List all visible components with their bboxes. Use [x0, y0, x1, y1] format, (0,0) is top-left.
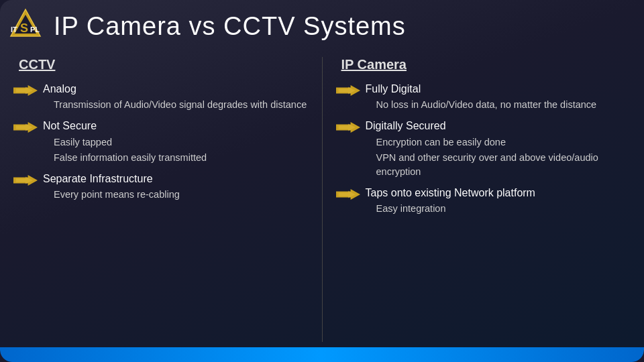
arrow-icon-4: [336, 83, 360, 98]
ip-item-2-content: Digitally Secured Encryption can be easi…: [366, 119, 631, 178]
content-area: CCTV Analog Transmission of Audio/Video …: [13, 57, 631, 342]
cctv-column: CCTV Analog Transmission of Audio/Video …: [13, 57, 322, 342]
ip-item-2-main: Digitally Secured: [366, 119, 631, 133]
ip-camera-column: IP Camera Fully Digital No loss in Audio…: [322, 57, 631, 342]
ip-item-1-main: Fully Digital: [366, 82, 597, 97]
cctv-item-2-sub-2: False information easily transmitted: [54, 151, 207, 165]
ip-item-2: Digitally Secured Encryption can be easi…: [336, 119, 631, 178]
cctv-item-1: Analog Transmission of Audio/Video signa…: [13, 82, 309, 112]
ip-item-3: Taps onto existing Network platform Easy…: [336, 186, 631, 216]
arrow-icon-2: [13, 120, 38, 135]
page-title: IP Camera vs CCTV Systems: [54, 12, 631, 41]
arrow-icon-1: [13, 83, 38, 98]
ip-camera-header: IP Camera: [336, 57, 631, 72]
ip-item-3-main: Taps onto existing Network platform: [366, 186, 535, 200]
cctv-item-3: Separate Infrastructure Every point mean…: [13, 172, 309, 202]
ip-item-1: Fully Digital No loss in Audio/Video dat…: [336, 82, 631, 112]
cctv-item-3-sub-1: Every point means re-cabling: [54, 188, 180, 202]
cctv-item-3-content: Separate Infrastructure Every point mean…: [43, 172, 180, 202]
cctv-header: CCTV: [13, 57, 309, 72]
arrow-icon-6: [336, 187, 360, 202]
ip-item-1-sub-1: No loss in Audio/Video data, no matter t…: [376, 98, 597, 112]
arrow-icon-5: [336, 120, 360, 135]
cctv-item-2-main: Not Secure: [43, 119, 207, 133]
svg-text:S: S: [20, 21, 28, 35]
ip-item-3-sub-1: Easy integration: [376, 202, 535, 216]
arrow-icon-3: [13, 173, 38, 188]
svg-text:PL: PL: [30, 25, 40, 34]
slide: S IT PL IP Camera vs CCTV Systems CCTV A…: [0, 0, 644, 362]
svg-text:IT: IT: [11, 25, 17, 34]
cctv-item-2-content: Not Secure Easily tapped False informati…: [43, 119, 207, 164]
cctv-item-2-sub-1: Easily tapped: [54, 135, 207, 149]
ip-item-3-content: Taps onto existing Network platform Easy…: [366, 186, 535, 216]
cctv-item-3-main: Separate Infrastructure: [43, 172, 180, 186]
logo: S IT PL: [8, 7, 43, 42]
cctv-item-1-sub-1: Transmission of Audio/Video signal degra…: [54, 98, 307, 112]
ip-item-2-sub-1: Encryption can be easily done: [376, 135, 631, 149]
cctv-item-2: Not Secure Easily tapped False informati…: [13, 119, 309, 164]
ip-item-2-sub-2: VPN and other security over and above vi…: [376, 151, 631, 179]
cctv-item-1-content: Analog Transmission of Audio/Video signa…: [43, 82, 307, 112]
ip-item-1-content: Fully Digital No loss in Audio/Video dat…: [366, 82, 597, 112]
cctv-item-1-main: Analog: [43, 82, 307, 97]
